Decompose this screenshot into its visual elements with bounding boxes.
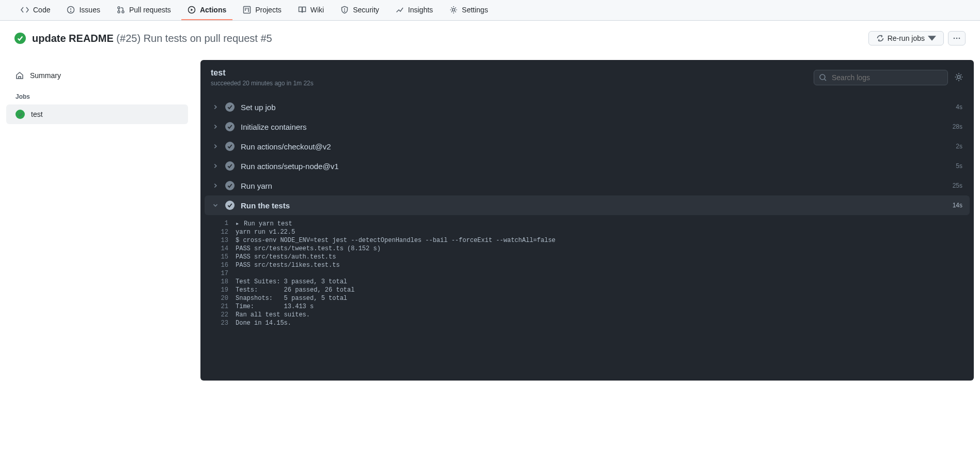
log-line-number: 22 (215, 311, 236, 319)
log-line-text: $ cross-env NODE_ENV=test jest --detectO… (236, 237, 555, 244)
workflow-title: update README (32, 33, 114, 44)
check-icon (227, 202, 233, 208)
log-line-text: PASS src/tests/auth.test.ts (236, 253, 336, 261)
workflow-header: update README (#25) Run tests on pull re… (0, 21, 980, 56)
log-line-text: PASS src/tests/likes.test.ts (236, 262, 340, 269)
tab-label: Projects (255, 6, 282, 14)
tab-insights[interactable]: Insights (390, 0, 439, 20)
step-status-badge (225, 122, 235, 131)
log-line: 22Ran all test suites. (215, 311, 974, 319)
log-line-number: 17 (215, 270, 236, 277)
step-duration: 28s (953, 123, 962, 130)
tab-label: Settings (462, 6, 488, 14)
svg-point-13 (453, 8, 455, 11)
sync-icon (876, 34, 884, 42)
svg-point-12 (345, 11, 345, 11)
tab-issues[interactable]: Issues (60, 0, 106, 20)
tab-projects[interactable]: Projects (237, 0, 288, 20)
step-duration: 14s (953, 202, 962, 209)
step-row[interactable]: Set up job4s (205, 97, 970, 117)
job-title: test (211, 68, 314, 78)
tab-label: Insights (408, 6, 433, 14)
gear-icon (449, 6, 458, 14)
search-logs-input[interactable] (814, 70, 948, 85)
log-line-number: 12 (215, 229, 236, 236)
log-line-number: 20 (215, 295, 236, 302)
step-row[interactable]: Run actions/setup-node@v15s (205, 156, 970, 176)
job-status-text: succeeded 20 minutes ago in 1m 22s (211, 80, 314, 87)
check-icon (17, 35, 24, 42)
jobs-heading: Jobs (6, 85, 188, 104)
log-line: 15PASS src/tests/auth.test.ts (215, 253, 974, 261)
step-duration: 4s (956, 103, 962, 111)
step-duration: 2s (956, 143, 962, 150)
graph-icon (396, 6, 404, 14)
job-label: test (31, 110, 43, 118)
step-status-badge (225, 102, 235, 112)
step-status-badge (225, 161, 235, 171)
tab-code[interactable]: Code (14, 0, 56, 20)
sidebar-summary[interactable]: Summary (6, 66, 188, 85)
step-row[interactable]: Run yarn25s (205, 176, 970, 195)
tab-label: Issues (79, 6, 100, 14)
step-name: Run yarn (241, 181, 946, 190)
tab-settings[interactable]: Settings (443, 0, 494, 20)
log-line-number: 1 (215, 220, 236, 228)
step-status-badge (225, 181, 235, 190)
svg-point-17 (820, 74, 825, 80)
log-line: 18Test Suites: 3 passed, 3 total (215, 278, 974, 286)
shield-icon (340, 6, 349, 14)
step-name: Set up job (241, 103, 950, 112)
log-line-number: 15 (215, 253, 236, 261)
step-row[interactable]: Initialize containers28s (205, 117, 970, 137)
log-line-text: ▸Run yarn test (236, 220, 292, 228)
tab-actions[interactable]: Actions (181, 0, 232, 20)
step-row[interactable]: Run actions/checkout@v22s (205, 137, 970, 156)
tab-wiki[interactable]: Wiki (292, 0, 330, 20)
log-line: 16PASS src/tests/likes.test.ts (215, 261, 974, 269)
log-line: 21Time: 13.413 s (215, 302, 974, 311)
workflow-pr-number: (#25) (116, 33, 141, 44)
log-line-number: 18 (215, 278, 236, 285)
kebab-menu-button[interactable] (948, 31, 966, 46)
svg-point-15 (956, 38, 958, 39)
rerun-jobs-button[interactable]: Re-run jobs (868, 31, 944, 46)
log-line-text: Time: 13.413 s (236, 303, 314, 310)
svg-rect-7 (244, 6, 251, 13)
tab-security[interactable]: Security (334, 0, 385, 20)
search-logs-wrap (814, 70, 948, 85)
step-duration: 5s (956, 162, 962, 170)
log-line-number: 16 (215, 262, 236, 269)
tab-label: Wiki (310, 6, 324, 14)
chevron-down-icon (212, 202, 219, 209)
tab-pull-requests[interactable]: Pull requests (111, 0, 177, 20)
tab-label: Code (33, 6, 50, 14)
tab-label: Pull requests (129, 6, 171, 14)
chevron-right-icon (212, 143, 219, 150)
tab-label: Actions (200, 6, 226, 14)
log-line-text: Test Suites: 3 passed, 3 total (236, 278, 347, 285)
log-line-text: Snapshots: 5 passed, 5 total (236, 295, 347, 302)
tab-label: Security (353, 6, 379, 14)
sidebar-job-test[interactable]: test (6, 104, 188, 124)
issue-icon (67, 6, 75, 14)
search-icon (819, 73, 827, 82)
log-line: 23Done in 14.15s. (215, 319, 974, 327)
git-pull-request-icon (117, 6, 125, 14)
play-icon: ▸ (236, 220, 241, 228)
check-icon (227, 104, 233, 110)
log-output: 1▸Run yarn test12yarn run v1.22.513$ cro… (200, 217, 974, 336)
step-row[interactable]: Run the tests14s (205, 195, 970, 215)
check-icon (227, 124, 233, 130)
step-status-badge (225, 142, 235, 151)
log-line: 1▸Run yarn test (215, 219, 974, 228)
svg-line-18 (825, 79, 826, 81)
step-name: Run the tests (241, 201, 946, 210)
book-icon (298, 6, 306, 14)
log-settings-button[interactable] (954, 72, 963, 83)
success-badge (14, 33, 26, 44)
chevron-right-icon (212, 123, 219, 130)
step-name: Initialize containers (241, 123, 946, 131)
step-duration: 25s (953, 182, 962, 189)
chevron-right-icon (212, 162, 219, 170)
